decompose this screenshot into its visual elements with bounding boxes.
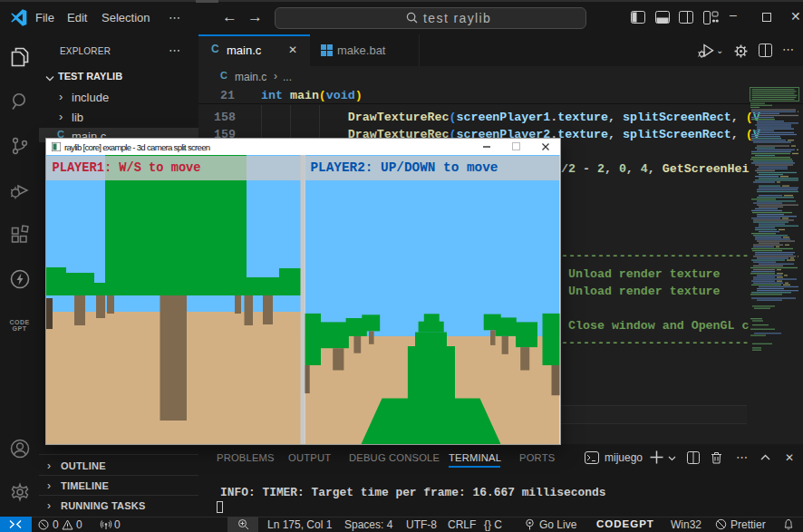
svg-text:PLAYER2: UP/DOWN to move: PLAYER2: UP/DOWN to move: [311, 160, 498, 175]
svg-text:PLAYER1: W/S to move: PLAYER1: W/S to move: [53, 160, 201, 175]
